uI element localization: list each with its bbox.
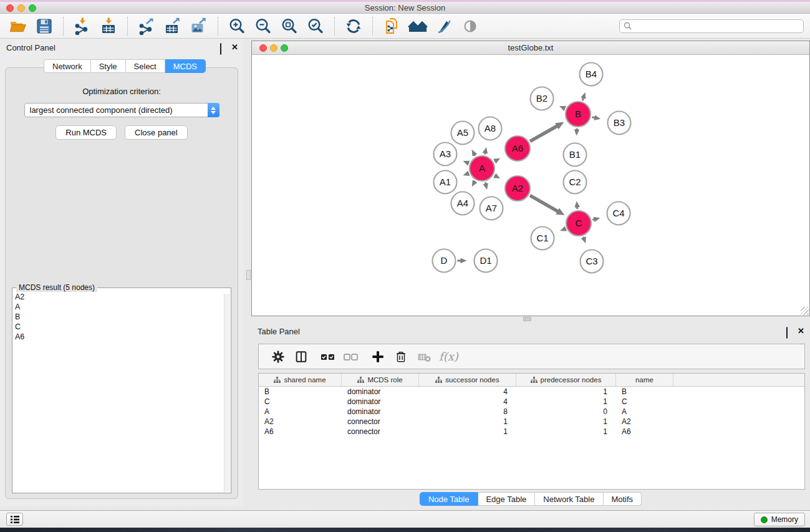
cell-predecessor-nodes[interactable]: 1 xyxy=(516,397,616,407)
search-input[interactable] xyxy=(634,22,799,31)
select-all-checked-icon[interactable] xyxy=(317,347,339,366)
close-traffic-light[interactable] xyxy=(6,4,14,12)
close-table-panel-icon[interactable]: ✕ xyxy=(798,327,804,334)
graph-edge-A6-B[interactable] xyxy=(530,125,558,141)
gear-icon[interactable] xyxy=(268,347,289,366)
graph-node-D1[interactable]: D1 xyxy=(475,249,498,273)
toggle-visibility-eye-icon[interactable] xyxy=(458,16,482,37)
cell-successor-nodes[interactable]: 4 xyxy=(419,387,516,397)
graph-node-C3[interactable]: C3 xyxy=(581,250,604,273)
result-list-scrollbar[interactable] xyxy=(224,294,230,492)
column-header-successor-nodes[interactable]: successor nodes xyxy=(419,374,516,386)
table-row[interactable]: Bdominator41B xyxy=(259,387,804,397)
close-panel-button[interactable]: Close panel xyxy=(125,125,188,140)
resize-grip-icon[interactable] xyxy=(801,307,809,315)
zoom-in-icon[interactable] xyxy=(225,16,249,37)
result-item[interactable]: C xyxy=(15,322,224,332)
export-table-icon[interactable] xyxy=(161,16,185,37)
cell-predecessor-nodes[interactable]: 1 xyxy=(516,417,616,427)
zoom-fit-icon[interactable] xyxy=(277,16,301,37)
import-table-icon[interactable] xyxy=(97,16,120,37)
graph-node-C4[interactable]: C4 xyxy=(607,202,630,225)
cell-successor-nodes[interactable]: 4 xyxy=(419,397,516,407)
graph-node-A4[interactable]: A4 xyxy=(451,192,475,215)
zoom-selected-icon[interactable] xyxy=(304,16,327,37)
cell-predecessor-nodes[interactable]: 0 xyxy=(516,407,616,417)
close-panel-icon[interactable]: ✕ xyxy=(231,44,238,51)
network-minimize-traffic-light[interactable] xyxy=(270,44,277,52)
cell-mcds-role[interactable]: dominator xyxy=(342,407,419,417)
result-item[interactable]: A6 xyxy=(15,332,224,342)
graph-node-D[interactable]: D xyxy=(433,249,456,273)
refresh-network-icon[interactable] xyxy=(342,16,365,37)
open-session-icon[interactable] xyxy=(6,16,30,37)
table-row[interactable]: A6connector11A6 xyxy=(259,427,804,437)
table-row[interactable]: Adominator80A xyxy=(259,407,804,417)
cell-predecessor-nodes[interactable]: 1 xyxy=(516,427,616,437)
table-row[interactable]: Cdominator41C xyxy=(259,397,804,407)
graph-node-A8[interactable]: A8 xyxy=(479,117,502,140)
graph-node-A1[interactable]: A1 xyxy=(434,171,457,194)
graph-node-A6[interactable]: A6 xyxy=(505,136,530,161)
cell-shared-name[interactable]: A2 xyxy=(259,417,342,427)
cell-successor-nodes[interactable]: 1 xyxy=(419,427,516,437)
panel-splitter-handle[interactable] xyxy=(246,270,251,280)
tab-network[interactable]: Network xyxy=(44,59,91,73)
cell-shared-name[interactable]: A xyxy=(259,407,342,417)
graph-node-B4[interactable]: B4 xyxy=(580,63,603,86)
graph-edge-A2-C[interactable] xyxy=(530,195,559,211)
network-window-titlebar[interactable]: testGlobe.txt xyxy=(252,41,809,55)
export-network-icon[interactable] xyxy=(135,16,158,37)
column-header-shared-name[interactable]: shared name xyxy=(259,374,342,386)
graph-node-A5[interactable]: A5 xyxy=(451,122,475,145)
graph-node-A2[interactable]: A2 xyxy=(505,176,530,201)
save-session-icon[interactable] xyxy=(32,16,56,37)
cell-predecessor-nodes[interactable]: 1 xyxy=(516,387,616,397)
columns-icon[interactable] xyxy=(291,347,312,366)
search-box[interactable] xyxy=(619,19,804,33)
import-network-icon[interactable] xyxy=(70,16,94,37)
cell-name[interactable]: B xyxy=(616,387,673,397)
toggle-annotations-icon[interactable] xyxy=(432,16,456,37)
zoom-out-icon[interactable] xyxy=(251,16,275,37)
graph-node-A7[interactable]: A7 xyxy=(480,197,503,220)
export-image-icon[interactable] xyxy=(187,16,211,37)
graph-node-C[interactable]: C xyxy=(566,211,591,236)
graph-node-B3[interactable]: B3 xyxy=(608,112,631,135)
tab-select[interactable]: Select xyxy=(126,59,165,73)
delete-column-trash-icon[interactable] xyxy=(390,347,412,366)
graph-node-A[interactable]: A xyxy=(470,156,494,181)
add-column-icon[interactable] xyxy=(367,347,388,366)
cell-name[interactable]: A xyxy=(616,407,673,417)
result-item[interactable]: A xyxy=(15,302,224,312)
cell-name[interactable]: C xyxy=(616,397,673,407)
delete-table-icon[interactable] xyxy=(413,347,435,366)
network-canvas[interactable]: B4B2BB3A8A5A6A3B1AA1C2A2A4A7C4CC1C3DD1 xyxy=(252,55,809,316)
graph-node-B[interactable]: B xyxy=(566,102,591,127)
graph-node-A3[interactable]: A3 xyxy=(434,143,457,166)
cell-name[interactable]: A2 xyxy=(616,417,673,427)
task-list-icon[interactable] xyxy=(6,513,23,526)
zoom-traffic-light[interactable] xyxy=(29,4,36,12)
network-close-traffic-light[interactable] xyxy=(259,44,267,52)
float-panel-icon[interactable] xyxy=(220,44,227,51)
network-zoom-traffic-light[interactable] xyxy=(281,44,288,52)
cell-shared-name[interactable]: C xyxy=(259,397,342,407)
memory-button[interactable]: Memory xyxy=(754,513,805,526)
column-header-name[interactable]: name xyxy=(616,374,673,386)
cell-mcds-role[interactable]: connector xyxy=(342,427,419,437)
home-icon[interactable] xyxy=(406,16,430,37)
tab-edge-table[interactable]: Edge Table xyxy=(478,492,535,506)
cell-successor-nodes[interactable]: 1 xyxy=(419,417,516,427)
column-header-predecessor-nodes[interactable]: predecessor nodes xyxy=(516,374,616,386)
optimization-criterion-select[interactable]: largest connected component (directed) xyxy=(24,103,219,117)
result-item[interactable]: B xyxy=(15,312,224,322)
cell-name[interactable]: A6 xyxy=(616,427,673,437)
float-table-panel-icon[interactable] xyxy=(786,327,793,334)
cell-mcds-role[interactable]: dominator xyxy=(342,387,419,397)
result-item[interactable]: A2 xyxy=(15,292,224,302)
cell-shared-name[interactable]: A6 xyxy=(259,427,342,437)
tab-motifs[interactable]: Motifs xyxy=(603,492,642,506)
cell-successor-nodes[interactable]: 8 xyxy=(419,407,516,417)
graph-node-B1[interactable]: B1 xyxy=(564,143,587,167)
